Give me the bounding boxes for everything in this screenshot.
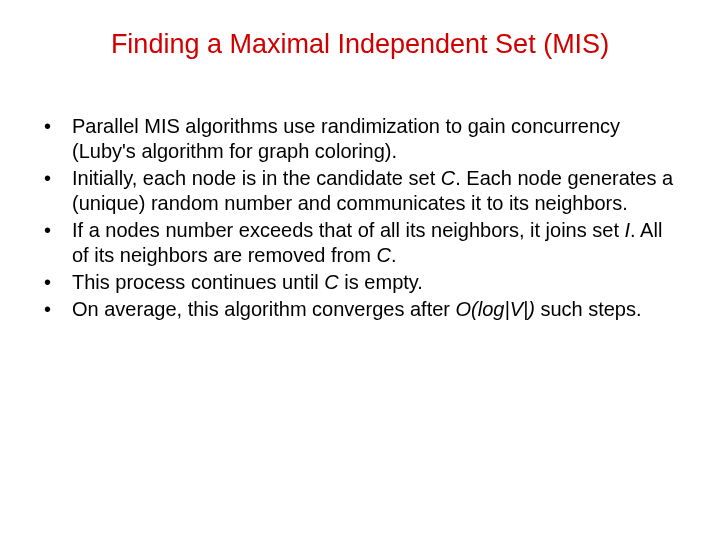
list-item: Initially, each node is in the candidate… (36, 166, 684, 216)
bullet-list: Parallel MIS algorithms use randimizatio… (36, 114, 684, 322)
list-item: On average, this algorithm converges aft… (36, 297, 684, 322)
list-item: Parallel MIS algorithms use randimizatio… (36, 114, 684, 164)
list-item: If a nodes number exceeds that of all it… (36, 218, 684, 268)
list-item: This process continues until C is empty. (36, 270, 684, 295)
slide-title: Finding a Maximal Independent Set (MIS) (36, 28, 684, 62)
